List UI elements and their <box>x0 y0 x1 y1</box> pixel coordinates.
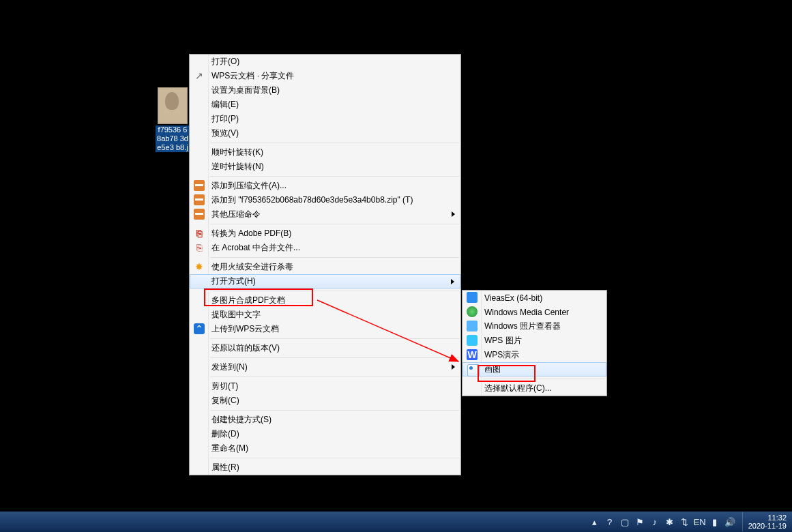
taskbar-clock[interactable]: 11:32 2020-11-19 <box>742 512 792 531</box>
submenu-arrow-icon <box>451 279 454 284</box>
menu-item-label: WPS云文档 · 分享文件 <box>211 70 294 82</box>
menu-item-label: 在 Acrobat 中合并文件... <box>211 242 300 254</box>
ctx-main-item-0[interactable]: 打开(O) <box>190 55 460 69</box>
ctx-main-item-17[interactable]: ✸使用火绒安全进行杀毒 <box>190 260 460 274</box>
menu-item-label: Windows Media Center <box>484 308 569 317</box>
menu-item-label: 打开(O) <box>211 56 239 68</box>
vie-icon <box>467 292 478 303</box>
menu-separator <box>210 338 459 339</box>
menu-item-label: 编辑(E) <box>211 99 239 110</box>
tray-help-icon[interactable]: ? <box>604 516 615 527</box>
ctx-main-item-28[interactable]: 剪切(T) <box>190 379 460 394</box>
rar-icon <box>194 180 205 191</box>
menu-item-label: WPS演示 <box>484 349 519 361</box>
menu-item-label: 提取图中文字 <box>211 309 261 321</box>
ctx-sub-item-2[interactable]: Windows 照片查看器 <box>463 319 606 334</box>
menu-item-label: VieasEx (64-bit) <box>484 293 542 303</box>
menu-separator <box>210 257 459 258</box>
menu-item-label: 转换为 Adobe PDF(B) <box>211 228 291 239</box>
ctx-main-item-31[interactable]: 创建快捷方式(S) <box>190 413 460 427</box>
menu-item-label: 创建快捷方式(S) <box>211 414 272 426</box>
submenu-arrow-icon <box>452 211 455 217</box>
ctx-main-item-5[interactable]: 预览(V) <box>190 126 460 141</box>
file-thumbnail <box>158 87 188 124</box>
wmc-icon <box>467 306 478 317</box>
ctx-main-item-3[interactable]: 编辑(E) <box>190 98 460 112</box>
menu-item-label: 发送到(N) <box>211 361 248 373</box>
submenu-arrow-icon <box>452 364 455 370</box>
menu-item-label: 选择默认程序(C)... <box>484 383 552 394</box>
wpsy-icon: W <box>467 349 478 360</box>
menu-item-label: 重命名(M) <box>211 443 248 454</box>
paint-icon <box>467 364 480 376</box>
taskbar: ▴?▢⚑♪✱⇅EN▮🔊 11:32 2020-11-19 <box>0 512 792 532</box>
ctx-sub-item-5[interactable]: 画图 <box>463 362 606 376</box>
ctx-sub-item-3[interactable]: WPS 图片 <box>463 334 606 348</box>
ctx-main-item-7[interactable]: 顺时针旋转(K) <box>190 145 460 160</box>
tray-screen-icon[interactable]: ▢ <box>619 516 630 527</box>
ctx-main-item-21[interactable]: 提取图中文字 <box>190 308 460 322</box>
share-icon: ↗ <box>194 70 205 81</box>
ctx-main-item-24[interactable]: 还原以前的版本(V) <box>190 341 460 355</box>
ctx-sub-item-1[interactable]: Windows Media Center <box>463 305 606 319</box>
menu-item-label: 打印(P) <box>211 113 239 125</box>
menu-separator <box>210 357 459 358</box>
menu-item-label: 预览(V) <box>211 128 239 139</box>
menu-separator <box>210 458 459 458</box>
clock-time: 11:32 <box>767 514 787 522</box>
rar-icon <box>194 209 205 220</box>
rar-icon <box>194 194 205 205</box>
menu-separator <box>483 379 605 379</box>
ctx-main-item-2[interactable]: 设置为桌面背景(B) <box>190 83 460 98</box>
wpsp-icon <box>467 335 478 346</box>
ctx-main-item-11[interactable]: 添加到 "f7953652b068ab78d60e3de5e3a4b0b8.zi… <box>190 193 460 207</box>
fire-icon: ✸ <box>194 261 205 272</box>
tray-lang-icon[interactable]: EN <box>694 516 705 527</box>
tray-sound-icon[interactable]: 🔊 <box>724 516 735 527</box>
tray-tray-up-icon[interactable]: ▴ <box>589 516 600 527</box>
ctx-main-item-14[interactable]: ⎘转换为 Adobe PDF(B) <box>190 226 460 241</box>
ctx-main-item-29[interactable]: 复制(C) <box>190 394 460 408</box>
menu-separator <box>210 176 459 177</box>
menu-separator <box>210 410 459 411</box>
ctx-main-item-12[interactable]: 其他压缩命令 <box>190 207 460 222</box>
menu-item-label: 属性(R) <box>211 462 239 473</box>
ctx-sub-item-4[interactable]: WWPS演示 <box>463 348 606 362</box>
ctx-main-item-1[interactable]: ↗WPS云文档 · 分享文件 <box>190 69 460 83</box>
cloud-icon: ⌃ <box>194 323 205 334</box>
ctx-sub-item-7[interactable]: 选择默认程序(C)... <box>463 381 606 396</box>
menu-separator <box>210 291 459 291</box>
ctx-main-item-20[interactable]: 多图片合成PDF文档 <box>190 293 460 308</box>
ctx-main-item-15[interactable]: ⎘在 Acrobat 中合并文件... <box>190 241 460 255</box>
menu-separator <box>210 143 459 143</box>
system-tray: ▴?▢⚑♪✱⇅EN▮🔊 <box>589 516 739 527</box>
menu-item-label: 画图 <box>484 364 501 375</box>
menu-item-label: Windows 照片查看器 <box>484 321 561 332</box>
wpv-icon <box>467 321 478 331</box>
menu-item-label: 使用火绒安全进行杀毒 <box>211 261 293 273</box>
clock-date: 2020-11-19 <box>748 522 787 530</box>
ctx-main-item-33[interactable]: 重命名(M) <box>190 441 460 456</box>
desktop-file-icon[interactable]: f79536 68ab78 3de5e3 b8.j <box>156 87 190 152</box>
menu-item-label: 上传到WPS云文档 <box>211 323 279 335</box>
ctx-sub-item-0[interactable]: VieasEx (64-bit) <box>463 291 606 305</box>
ctx-main-item-35[interactable]: 属性(R) <box>190 460 460 475</box>
ctx-main-item-8[interactable]: 逆时针旋转(N) <box>190 160 460 174</box>
pdf-icon: ⎘ <box>194 228 205 239</box>
menu-item-label: 添加到 "f7953652b068ab78d60e3de5e3a4b0b8.zi… <box>211 194 413 206</box>
ctx-main-item-26[interactable]: 发送到(N) <box>190 360 460 374</box>
menu-item-label: 其他压缩命令 <box>211 209 261 220</box>
tray-flag-icon[interactable]: ⚑ <box>634 516 645 527</box>
tray-battery-icon[interactable]: ▮ <box>709 516 720 527</box>
tray-audio-icon[interactable]: ♪ <box>649 516 660 527</box>
ctx-main-item-32[interactable]: 删除(D) <box>190 427 460 441</box>
file-caption: f79536 68ab78 3de5e3 b8.j <box>156 125 190 152</box>
ctx-main-item-10[interactable]: 添加到压缩文件(A)... <box>190 179 460 193</box>
menu-item-label: 设置为桌面背景(B) <box>211 85 280 96</box>
ctx-main-item-18[interactable]: 打开方式(H) <box>190 274 460 289</box>
tray-network-icon[interactable]: ⇅ <box>679 516 690 527</box>
menu-separator <box>210 224 459 224</box>
tray-guard-icon[interactable]: ✱ <box>664 516 675 527</box>
ctx-main-item-22[interactable]: ⌃上传到WPS云文档 <box>190 322 460 336</box>
ctx-main-item-4[interactable]: 打印(P) <box>190 112 460 126</box>
